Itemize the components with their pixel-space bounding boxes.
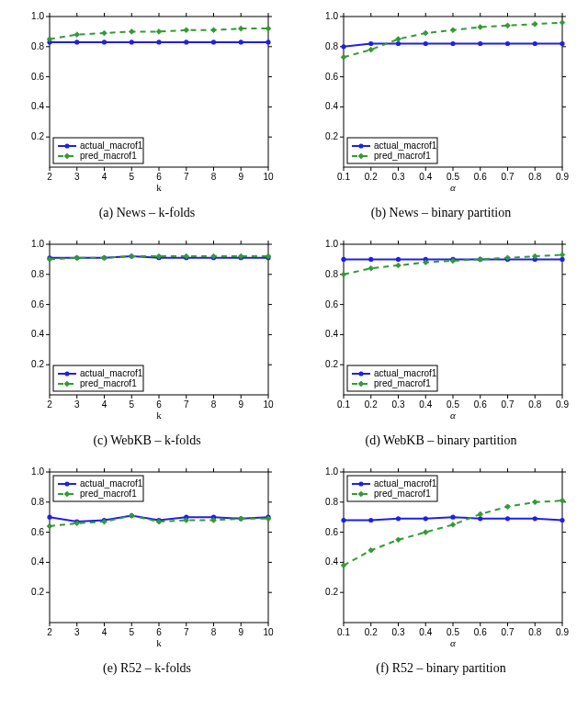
svg-text:0.4: 0.4 [419, 399, 432, 410]
svg-text:0.2: 0.2 [365, 172, 378, 182]
svg-text:8: 8 [211, 172, 217, 182]
svg-text:5: 5 [129, 399, 134, 410]
svg-text:α: α [450, 637, 456, 648]
svg-text:0.1: 0.1 [337, 399, 350, 410]
svg-point-101 [341, 44, 345, 49]
legend-pred-label: pred_macrof1 [80, 151, 137, 161]
svg-text:0.3: 0.3 [392, 399, 405, 410]
svg-point-331 [396, 516, 401, 521]
svg-point-50 [211, 39, 216, 44]
chart-d: 0.20.40.60.81.00.10.20.30.40.50.60.70.80… [312, 237, 570, 421]
svg-text:k: k [156, 410, 162, 421]
svg-text:4: 4 [102, 172, 107, 182]
svg-point-51 [239, 39, 243, 44]
svg-text:0.2: 0.2 [31, 131, 44, 141]
chart-grid: 0.20.40.60.81.02345678910kactual_macrof1… [0, 9, 588, 676]
svg-text:10: 10 [263, 399, 274, 410]
svg-text:9: 9 [238, 172, 243, 182]
svg-text:9: 9 [238, 627, 243, 637]
svg-text:0.2: 0.2 [31, 587, 44, 597]
svg-text:0.7: 0.7 [502, 627, 514, 637]
chart-b: 0.20.40.60.81.00.10.20.30.40.50.60.70.80… [312, 9, 570, 193]
svg-text:0.4: 0.4 [325, 329, 338, 339]
svg-text:7: 7 [184, 627, 189, 637]
svg-point-336 [533, 516, 537, 521]
svg-point-215 [341, 257, 345, 262]
legend-pred-label: pred_macrof1 [80, 378, 137, 388]
svg-text:0.5: 0.5 [447, 172, 459, 182]
svg-text:5: 5 [129, 172, 134, 182]
legend-actual-label: actual_macrof1 [80, 478, 143, 489]
legend-actual-label: actual_macrof1 [80, 368, 143, 378]
svg-point-107 [505, 41, 510, 46]
svg-text:0.1: 0.1 [337, 172, 350, 182]
caption-c: (c) WebKB – k-folds [93, 433, 200, 448]
svg-text:0.8: 0.8 [528, 627, 541, 637]
svg-point-52 [266, 39, 270, 44]
svg-text:0.2: 0.2 [365, 399, 378, 410]
svg-text:0.4: 0.4 [419, 172, 432, 182]
svg-text:0.6: 0.6 [474, 627, 487, 637]
svg-point-105 [450, 41, 455, 46]
svg-text:10: 10 [263, 627, 274, 637]
svg-text:0.7: 0.7 [502, 399, 514, 410]
svg-point-106 [478, 41, 482, 46]
svg-text:0.6: 0.6 [31, 299, 44, 309]
svg-point-102 [368, 41, 373, 46]
svg-text:0.6: 0.6 [325, 72, 338, 82]
svg-text:5: 5 [129, 627, 134, 637]
svg-text:3: 3 [74, 172, 80, 182]
svg-point-340 [358, 481, 363, 486]
cell-f: 0.20.40.60.81.00.10.20.30.40.50.60.70.80… [307, 465, 575, 676]
svg-text:8: 8 [211, 627, 217, 637]
svg-text:9: 9 [238, 399, 243, 410]
svg-text:0.9: 0.9 [556, 627, 569, 637]
svg-text:0.4: 0.4 [325, 556, 338, 567]
svg-text:0.6: 0.6 [325, 527, 338, 537]
cell-d: 0.20.40.60.81.00.10.20.30.40.50.60.70.80… [307, 237, 575, 448]
svg-point-108 [533, 41, 537, 46]
caption-b: (b) News – binary partition [371, 206, 511, 220]
svg-text:1.0: 1.0 [325, 11, 338, 21]
legend-actual-label: actual_macrof1 [374, 140, 437, 151]
legend-actual-label: actual_macrof1 [80, 140, 143, 151]
svg-text:1.0: 1.0 [31, 466, 44, 477]
svg-text:2: 2 [47, 627, 52, 637]
svg-text:α: α [450, 182, 456, 193]
svg-text:0.6: 0.6 [31, 72, 44, 82]
svg-text:0.2: 0.2 [31, 359, 44, 369]
svg-text:0.9: 0.9 [556, 399, 569, 410]
legend-actual-label: actual_macrof1 [374, 368, 437, 378]
cell-c: 0.20.40.60.81.02345678910kactual_macrof1… [13, 237, 281, 448]
legend-pred-label: pred_macrof1 [374, 151, 431, 161]
cell-b: 0.20.40.60.81.00.10.20.30.40.50.60.70.80… [307, 9, 575, 220]
svg-text:0.8: 0.8 [325, 497, 338, 507]
svg-text:7: 7 [184, 172, 189, 182]
svg-text:0.2: 0.2 [325, 359, 338, 369]
legend-actual-label: actual_macrof1 [374, 478, 437, 489]
svg-point-55 [64, 143, 69, 148]
cell-e: 0.20.40.60.81.02345678910kactual_macrof1… [13, 465, 281, 676]
svg-text:0.4: 0.4 [31, 329, 44, 339]
svg-text:0.2: 0.2 [365, 627, 378, 637]
svg-text:0.2: 0.2 [325, 587, 338, 597]
caption-a: (a) News – k-folds [99, 206, 196, 220]
svg-text:0.8: 0.8 [31, 41, 44, 51]
svg-text:0.4: 0.4 [325, 101, 338, 111]
svg-text:0.7: 0.7 [502, 172, 514, 182]
svg-point-109 [560, 41, 564, 46]
svg-point-330 [368, 518, 373, 522]
svg-text:2: 2 [47, 172, 52, 182]
svg-text:0.8: 0.8 [528, 399, 541, 410]
svg-text:0.5: 0.5 [447, 399, 459, 410]
svg-text:0.8: 0.8 [31, 269, 44, 279]
svg-text:α: α [450, 410, 456, 421]
svg-point-112 [358, 143, 363, 148]
svg-point-104 [424, 41, 428, 46]
svg-text:2: 2 [47, 399, 52, 410]
chart-e: 0.20.40.60.81.02345678910kactual_macrof1… [18, 465, 276, 648]
svg-point-169 [64, 371, 69, 376]
svg-text:0.3: 0.3 [392, 627, 405, 637]
svg-text:0.8: 0.8 [325, 41, 338, 51]
svg-text:0.4: 0.4 [31, 556, 44, 567]
